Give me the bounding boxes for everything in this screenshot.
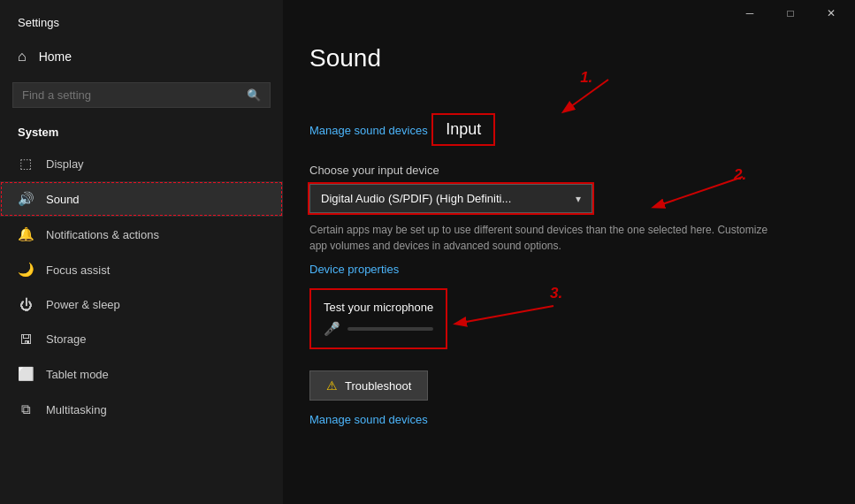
manage-devices-top-link[interactable]: Manage sound devices — [309, 124, 428, 137]
sidebar-title: Settings — [0, 0, 283, 38]
svg-line-2 — [456, 306, 553, 324]
test-mic-row: 🎤 — [324, 321, 433, 337]
sidebar-item-sound[interactable]: 🔊 Sound — [0, 181, 283, 217]
main-content: ─ □ ✕ Sound Manage sound devices Input 1… — [283, 0, 855, 504]
dropdown-chevron-icon: ▾ — [576, 193, 581, 205]
sidebar-item-label: Power & sleep — [46, 298, 120, 311]
troubleshoot-button[interactable]: ⚠ Troubleshoot — [309, 370, 428, 401]
sidebar-item-focus[interactable]: 🌙 Focus assist — [0, 252, 283, 287]
microphone-icon: 🎤 — [324, 321, 340, 337]
maximize-button[interactable]: □ — [770, 0, 811, 27]
manage-devices-bottom-link[interactable]: Manage sound devices — [309, 413, 828, 426]
sidebar: Settings ⌂ Home 🔍 System ⬚ Display 🔊 Sou… — [0, 0, 283, 504]
sidebar-item-multitasking[interactable]: ⧉ Multitasking — [0, 392, 283, 427]
annotation-2: 2. — [734, 166, 746, 184]
title-bar: ─ □ ✕ — [283, 0, 855, 27]
annotation-1: 1. — [580, 69, 592, 87]
notifications-icon: 🔔 — [18, 226, 34, 242]
device-properties-link[interactable]: Device properties — [309, 263, 828, 276]
microphone-level-bar — [347, 327, 433, 331]
sound-icon: 🔊 — [18, 191, 34, 207]
focus-icon: 🌙 — [18, 262, 34, 278]
multitasking-icon: ⧉ — [18, 401, 34, 417]
sidebar-home-button[interactable]: ⌂ Home — [0, 38, 283, 75]
sidebar-item-power[interactable]: ⏻ Power & sleep — [0, 287, 283, 322]
home-icon: ⌂ — [18, 49, 27, 65]
display-icon: ⬚ — [18, 156, 34, 172]
choose-device-label: Choose your input device — [309, 164, 828, 177]
info-text: Certain apps may be set up to use differ… — [309, 222, 769, 254]
input-section-box: Input — [431, 113, 495, 146]
sidebar-item-storage[interactable]: 🖫 Storage — [0, 322, 283, 356]
storage-icon: 🖫 — [18, 332, 34, 347]
sidebar-item-label: Sound — [46, 193, 80, 206]
sidebar-item-label: Display — [46, 157, 84, 171]
device-value: Digital Audio (S/PDIF) (High Definiti... — [321, 192, 511, 205]
search-input[interactable] — [22, 88, 247, 102]
sidebar-item-label: Multitasking — [46, 403, 107, 416]
system-section-label: System — [0, 120, 283, 146]
sidebar-item-tablet[interactable]: ⬜ Tablet mode — [0, 356, 283, 392]
warning-icon: ⚠ — [326, 378, 338, 393]
svg-line-1 — [654, 177, 743, 207]
home-label: Home — [39, 50, 72, 64]
troubleshoot-label: Troubleshoot — [345, 379, 411, 393]
input-section-label: Input — [446, 120, 481, 138]
close-button[interactable]: ✕ — [811, 0, 851, 27]
tablet-icon: ⬜ — [18, 366, 34, 382]
sidebar-item-notifications[interactable]: 🔔 Notifications & actions — [0, 217, 283, 252]
content-area: Sound Manage sound devices Input 1. Choo… — [283, 27, 855, 504]
test-mic-label: Test your microphone — [324, 301, 433, 314]
minimize-button[interactable]: ─ — [729, 0, 770, 27]
page-title: Sound — [309, 44, 828, 73]
power-icon: ⏻ — [18, 297, 34, 312]
search-bar: 🔍 — [12, 82, 271, 108]
sidebar-item-label: Focus assist — [46, 263, 110, 277]
sidebar-item-display[interactable]: ⬚ Display — [0, 146, 283, 181]
input-device-dropdown[interactable]: Digital Audio (S/PDIF) (High Definiti...… — [309, 184, 592, 213]
sidebar-item-label: Tablet mode — [46, 368, 109, 381]
sidebar-item-label: Notifications & actions — [46, 228, 159, 241]
search-icon[interactable]: 🔍 — [247, 88, 261, 102]
test-microphone-box: Test your microphone 🎤 — [309, 288, 447, 349]
annotation-3: 3. — [550, 285, 562, 302]
sidebar-item-label: Storage — [46, 332, 87, 346]
